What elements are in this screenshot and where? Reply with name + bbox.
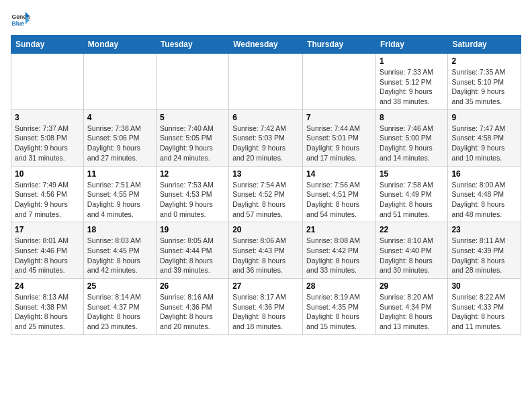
day-number: 24 (15, 281, 80, 291)
day-info: Sunrise: 8:13 AM Sunset: 4:38 PM Dayligh… (15, 292, 80, 332)
calendar-day-9: 9Sunrise: 7:47 AM Sunset: 4:58 PM Daylig… (448, 109, 521, 166)
calendar-day-27: 27Sunrise: 8:17 AM Sunset: 4:36 PM Dayli… (229, 279, 303, 335)
calendar-day-17: 17Sunrise: 8:01 AM Sunset: 4:46 PM Dayli… (11, 222, 84, 279)
day-info: Sunrise: 8:10 AM Sunset: 4:40 PM Dayligh… (380, 236, 444, 275)
day-number: 28 (306, 281, 372, 291)
calendar-day-12: 12Sunrise: 7:53 AM Sunset: 4:53 PM Dayli… (156, 166, 228, 222)
day-info: Sunrise: 7:46 AM Sunset: 5:00 PM Dayligh… (380, 124, 444, 163)
calendar-day-29: 29Sunrise: 8:20 AM Sunset: 4:34 PM Dayli… (375, 279, 447, 335)
day-info: Sunrise: 8:01 AM Sunset: 4:46 PM Dayligh… (15, 236, 80, 275)
day-info: Sunrise: 7:44 AM Sunset: 5:01 PM Dayligh… (306, 124, 372, 163)
calendar-week-row: 17Sunrise: 8:01 AM Sunset: 4:46 PM Dayli… (11, 222, 521, 279)
day-number: 1 (380, 56, 444, 66)
empty-cell (229, 54, 303, 110)
day-number: 26 (160, 281, 225, 291)
weekday-header-monday: Monday (83, 36, 156, 54)
calendar-week-row: 3Sunrise: 7:37 AM Sunset: 5:08 PM Daylig… (11, 109, 521, 166)
day-number: 18 (87, 225, 152, 234)
day-number: 4 (87, 113, 152, 122)
day-info: Sunrise: 7:54 AM Sunset: 4:52 PM Dayligh… (232, 180, 299, 220)
header: General Blue (11, 11, 521, 30)
day-number: 21 (306, 225, 372, 234)
day-info: Sunrise: 7:38 AM Sunset: 5:06 PM Dayligh… (87, 124, 152, 163)
calendar-day-30: 30Sunrise: 8:22 AM Sunset: 4:33 PM Dayli… (448, 279, 521, 335)
day-number: 11 (87, 169, 152, 179)
calendar-day-8: 8Sunrise: 7:46 AM Sunset: 5:00 PM Daylig… (375, 109, 447, 166)
calendar-day-10: 10Sunrise: 7:49 AM Sunset: 4:56 PM Dayli… (11, 166, 84, 222)
calendar-week-row: 24Sunrise: 8:13 AM Sunset: 4:38 PM Dayli… (11, 279, 521, 335)
day-info: Sunrise: 8:14 AM Sunset: 4:37 PM Dayligh… (87, 292, 152, 332)
day-info: Sunrise: 7:37 AM Sunset: 5:08 PM Dayligh… (15, 124, 80, 163)
day-number: 23 (451, 225, 517, 234)
day-info: Sunrise: 7:56 AM Sunset: 4:51 PM Dayligh… (306, 180, 372, 220)
weekday-header-friday: Friday (375, 36, 447, 54)
weekday-header-row: SundayMondayTuesdayWednesdayThursdayFrid… (11, 36, 521, 54)
day-number: 9 (451, 113, 517, 122)
calendar-day-23: 23Sunrise: 8:11 AM Sunset: 4:39 PM Dayli… (448, 222, 521, 279)
calendar-day-20: 20Sunrise: 8:06 AM Sunset: 4:43 PM Dayli… (229, 222, 303, 279)
day-info: Sunrise: 8:20 AM Sunset: 4:34 PM Dayligh… (380, 292, 444, 332)
day-number: 8 (380, 113, 444, 122)
calendar-week-row: 10Sunrise: 7:49 AM Sunset: 4:56 PM Dayli… (11, 166, 521, 222)
calendar-day-18: 18Sunrise: 8:03 AM Sunset: 4:45 PM Dayli… (83, 222, 156, 279)
day-number: 3 (15, 113, 80, 122)
day-info: Sunrise: 7:33 AM Sunset: 5:12 PM Dayligh… (380, 67, 444, 107)
weekday-header-saturday: Saturday (448, 36, 521, 54)
calendar-day-21: 21Sunrise: 8:08 AM Sunset: 4:42 PM Dayli… (303, 222, 376, 279)
day-info: Sunrise: 7:42 AM Sunset: 5:03 PM Dayligh… (232, 124, 299, 163)
weekday-header-sunday: Sunday (11, 36, 84, 54)
calendar-day-19: 19Sunrise: 8:05 AM Sunset: 4:44 PM Dayli… (156, 222, 228, 279)
day-number: 16 (451, 169, 517, 179)
empty-cell (303, 54, 376, 110)
day-number: 6 (232, 113, 299, 122)
calendar-day-22: 22Sunrise: 8:10 AM Sunset: 4:40 PM Dayli… (375, 222, 447, 279)
calendar-day-4: 4Sunrise: 7:38 AM Sunset: 5:06 PM Daylig… (83, 109, 156, 166)
day-info: Sunrise: 8:17 AM Sunset: 4:36 PM Dayligh… (232, 292, 299, 332)
day-info: Sunrise: 8:16 AM Sunset: 4:36 PM Dayligh… (160, 292, 225, 332)
empty-cell (83, 54, 156, 110)
day-info: Sunrise: 8:11 AM Sunset: 4:39 PM Dayligh… (451, 236, 517, 275)
day-number: 15 (380, 169, 444, 179)
logo-icon: General Blue (11, 11, 30, 30)
calendar-day-15: 15Sunrise: 7:58 AM Sunset: 4:49 PM Dayli… (375, 166, 447, 222)
calendar-day-14: 14Sunrise: 7:56 AM Sunset: 4:51 PM Dayli… (303, 166, 376, 222)
day-number: 25 (87, 281, 152, 291)
logo: General Blue (11, 11, 30, 30)
calendar-day-2: 2Sunrise: 7:35 AM Sunset: 5:10 PM Daylig… (448, 54, 521, 110)
svg-text:Blue: Blue (12, 20, 25, 27)
day-info: Sunrise: 7:51 AM Sunset: 4:55 PM Dayligh… (87, 180, 152, 220)
day-number: 14 (306, 169, 372, 179)
day-number: 10 (15, 169, 80, 179)
calendar-day-6: 6Sunrise: 7:42 AM Sunset: 5:03 PM Daylig… (229, 109, 303, 166)
day-number: 5 (160, 113, 225, 122)
calendar-day-3: 3Sunrise: 7:37 AM Sunset: 5:08 PM Daylig… (11, 109, 84, 166)
empty-cell (156, 54, 228, 110)
day-number: 30 (451, 281, 517, 291)
day-number: 29 (380, 281, 444, 291)
empty-cell (11, 54, 84, 110)
calendar-day-7: 7Sunrise: 7:44 AM Sunset: 5:01 PM Daylig… (303, 109, 376, 166)
day-number: 20 (232, 225, 299, 234)
day-info: Sunrise: 7:47 AM Sunset: 4:58 PM Dayligh… (451, 124, 517, 163)
day-number: 2 (451, 56, 517, 66)
calendar-day-11: 11Sunrise: 7:51 AM Sunset: 4:55 PM Dayli… (83, 166, 156, 222)
day-info: Sunrise: 7:58 AM Sunset: 4:49 PM Dayligh… (380, 180, 444, 220)
day-info: Sunrise: 8:22 AM Sunset: 4:33 PM Dayligh… (451, 292, 517, 332)
day-number: 27 (232, 281, 299, 291)
day-number: 7 (306, 113, 372, 122)
calendar-day-13: 13Sunrise: 7:54 AM Sunset: 4:52 PM Dayli… (229, 166, 303, 222)
day-number: 19 (160, 225, 225, 234)
weekday-header-thursday: Thursday (303, 36, 376, 54)
calendar-day-26: 26Sunrise: 8:16 AM Sunset: 4:36 PM Dayli… (156, 279, 228, 335)
day-info: Sunrise: 8:03 AM Sunset: 4:45 PM Dayligh… (87, 236, 152, 275)
calendar-day-5: 5Sunrise: 7:40 AM Sunset: 5:05 PM Daylig… (156, 109, 228, 166)
calendar-week-row: 1Sunrise: 7:33 AM Sunset: 5:12 PM Daylig… (11, 54, 521, 110)
day-info: Sunrise: 8:06 AM Sunset: 4:43 PM Dayligh… (232, 236, 299, 275)
day-info: Sunrise: 7:49 AM Sunset: 4:56 PM Dayligh… (15, 180, 80, 220)
calendar-table: SundayMondayTuesdayWednesdayThursdayFrid… (11, 35, 521, 335)
calendar-day-1: 1Sunrise: 7:33 AM Sunset: 5:12 PM Daylig… (375, 54, 447, 110)
weekday-header-tuesday: Tuesday (156, 36, 228, 54)
day-info: Sunrise: 8:00 AM Sunset: 4:48 PM Dayligh… (451, 180, 517, 220)
day-number: 12 (160, 169, 225, 179)
calendar-day-16: 16Sunrise: 8:00 AM Sunset: 4:48 PM Dayli… (448, 166, 521, 222)
